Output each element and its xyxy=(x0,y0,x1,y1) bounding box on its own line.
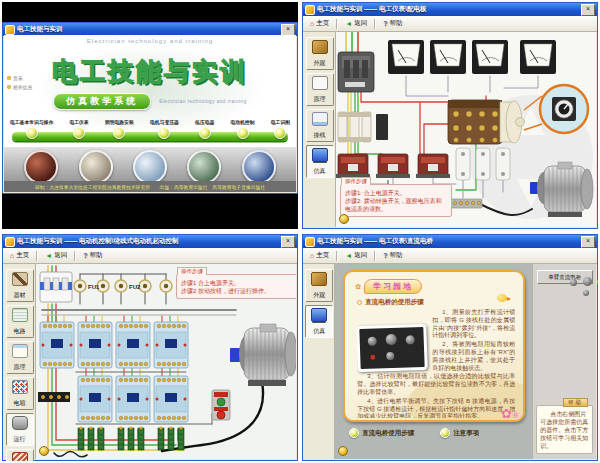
tab-simulation[interactable]: 仿真 xyxy=(305,305,333,338)
cam-switch[interactable] xyxy=(448,100,525,144)
back-button[interactable]: ◄返回 xyxy=(341,17,371,30)
toolbar: ⌂主页 ◄返回 ?帮助 xyxy=(303,248,597,264)
quadrant-splash: 电工技能与实训 × Electrician technology and tra… xyxy=(2,2,298,229)
document-icon xyxy=(12,344,28,358)
letterbox-bottom xyxy=(2,194,298,229)
step-line: 步骤1: 合上电源开关。 xyxy=(345,189,447,197)
steps-header: 操作步骤 xyxy=(341,177,371,185)
motor-icon xyxy=(12,416,28,430)
home-button[interactable]: ⌂主页 xyxy=(306,249,333,262)
help-tab: 帮助 xyxy=(563,398,588,407)
wiring-icon xyxy=(312,112,328,126)
toolbar-separator xyxy=(374,251,376,261)
back-button[interactable]: ◄返回 xyxy=(341,249,371,262)
circuit-breaker[interactable] xyxy=(338,52,374,92)
learning-card: ✿ 学习园地 直流电桥的使用步骤 xyxy=(343,270,525,422)
bottom-links: 直流电桥使用步骤 注意事项 xyxy=(349,428,479,438)
fuse xyxy=(74,280,86,292)
home-button[interactable]: ⌂主页 xyxy=(6,249,33,262)
menu-item-diagrams[interactable]: 电工识图 xyxy=(271,119,290,139)
circuit-breaker[interactable] xyxy=(40,272,72,302)
photo-meter xyxy=(79,150,113,184)
tab-circuit[interactable]: 电路 xyxy=(6,305,34,338)
button-station[interactable] xyxy=(212,390,230,420)
knob-icon xyxy=(597,279,598,286)
quadrant-learning-page: 电工技能与实训 —— 电工仪表\直流电桥 × ⌂主页 ◄返回 ?帮助 外观 仿真 xyxy=(302,234,598,461)
menu-item-instruments[interactable]: 电工仪表 xyxy=(69,119,88,139)
tab-appearance[interactable]: 外观 xyxy=(306,37,334,70)
tab-run[interactable]: 运行 xyxy=(6,413,34,446)
monitor-icon xyxy=(312,148,328,162)
knob-icon xyxy=(406,335,415,344)
help-button[interactable]: ?帮助 xyxy=(379,17,406,30)
steps-header: 操作步骤 xyxy=(177,267,207,275)
stop-button[interactable] xyxy=(217,411,225,419)
knob-icon xyxy=(386,334,397,345)
knob-icon xyxy=(368,337,377,346)
simulation-canvas: 操作步骤 步骤1: 合上电源开关。 步骤2: 拨动转换开关，观察电压表和电流表的… xyxy=(336,32,596,227)
simulation-canvas: FU1 FU2 xyxy=(36,264,296,459)
help-button[interactable]: ?帮助 xyxy=(379,249,406,262)
link-usage-steps[interactable]: 直流电桥使用步骤 xyxy=(349,428,414,438)
menu-item-motors-transformers[interactable]: 电机与变压器 xyxy=(150,119,179,139)
music-ball-icon[interactable] xyxy=(338,446,348,456)
contactor xyxy=(116,376,150,422)
quadrant-motor-control: 电工技能与实训 —— 电动机控制\绕线式电动机起动控制 × ⌂主页 ◄返回 ?帮… xyxy=(2,234,298,461)
splash-window: 电工技能与实训 × Electrician technology and tra… xyxy=(2,22,298,194)
step-line: 步骤2 按动按钮，进行运行操作。 xyxy=(181,287,293,295)
learning-canvas: ✿ 学习园地 直流电桥的使用步骤 xyxy=(335,264,532,459)
contactor xyxy=(78,376,112,422)
tab-simulation[interactable]: 仿真 xyxy=(306,145,334,178)
contactor xyxy=(154,322,188,368)
music-ball-icon[interactable] xyxy=(39,446,49,456)
contactor xyxy=(78,322,112,368)
menu-item-basics[interactable]: 电工基本常识与操作 xyxy=(10,119,53,139)
window-title: 电工技能与实训 —— 电动机控制\绕线式电动机起动控制 xyxy=(17,237,279,246)
close-button[interactable]: × xyxy=(281,236,295,248)
tab-appearance[interactable]: 外观 xyxy=(305,269,333,302)
help-button[interactable]: ?帮助 xyxy=(79,249,106,262)
contactor xyxy=(116,322,150,368)
back-button[interactable]: ◄返回 xyxy=(41,249,71,262)
link-precautions[interactable]: 注意事项 xyxy=(440,428,479,438)
operation-steps-panel: 操作步骤 步骤1: 合上电源开关。 步骤2: 拨动转换开关，观察电压表和电流表的… xyxy=(340,184,452,217)
step-paragraph: 3、估计待测电阻阻值，以便选择合适的比较臂与比率臂。选择比较臂时，最好能使比较臂… xyxy=(357,373,515,396)
repair-icon xyxy=(12,452,28,461)
tab-repair[interactable]: 维修 xyxy=(6,449,34,461)
operation-steps-panel: 操作步骤 步骤1 合上电源开关。 步骤2 按动按钮，进行运行操作。 xyxy=(176,274,296,299)
menu-bead-icon xyxy=(237,127,249,139)
device-thumbnail[interactable]: 单臂直流电桥 xyxy=(537,270,593,284)
photo-wires xyxy=(24,150,58,184)
step-line: 步骤1 合上电源开关。 xyxy=(181,279,293,287)
app-icon xyxy=(305,237,315,247)
tab-wiring[interactable]: 接线 xyxy=(306,109,334,142)
menu-item-lighting[interactable]: 照明电路安装 xyxy=(105,119,134,139)
home-icon: ⌂ xyxy=(310,252,314,259)
bullet-ring-icon xyxy=(357,300,362,305)
tab-principle[interactable]: 原理 xyxy=(6,341,34,374)
menu-item-motor-control[interactable]: 电动机控制 xyxy=(231,119,255,139)
close-button[interactable]: × xyxy=(281,24,295,36)
fuse xyxy=(115,280,127,292)
subtitle-row: 仿真教学系统 Electrician technology and traini… xyxy=(4,93,296,110)
tab-equipment[interactable]: 器材 xyxy=(6,269,34,302)
left-sidebar: 外观 仿真 xyxy=(304,264,335,459)
meter-sim-window: 电工技能与实训 —— 电工仪表\配电板 × ⌂主页 ◄返回 ?帮助 外观 原理 … xyxy=(302,2,598,229)
tab-panel-box[interactable]: 电箱 xyxy=(6,377,34,410)
window-title: 电工技能与实训 —— 电工仪表\直流电桥 xyxy=(317,237,579,246)
music-ball-icon[interactable] xyxy=(339,214,349,224)
toolbar: ⌂主页 ◄返回 ?帮助 xyxy=(3,248,297,264)
close-button[interactable]: × xyxy=(581,4,595,16)
home-icon: ⌂ xyxy=(10,252,14,259)
box-icon xyxy=(311,272,327,286)
start-button[interactable] xyxy=(217,398,225,406)
step-line: 步骤2: 拨动转换开关，观察电压表和电流表的读数。 xyxy=(345,197,447,213)
link-bead-icon xyxy=(349,428,359,438)
home-button[interactable]: ⌂主页 xyxy=(306,17,333,30)
close-button[interactable]: × xyxy=(581,236,595,248)
busbar xyxy=(38,392,70,402)
menu-item-lowvoltage[interactable]: 低压电器 xyxy=(195,119,214,139)
help-icon: ? xyxy=(383,252,387,259)
tab-principle[interactable]: 原理 xyxy=(306,73,334,106)
knob-icon xyxy=(570,279,577,286)
